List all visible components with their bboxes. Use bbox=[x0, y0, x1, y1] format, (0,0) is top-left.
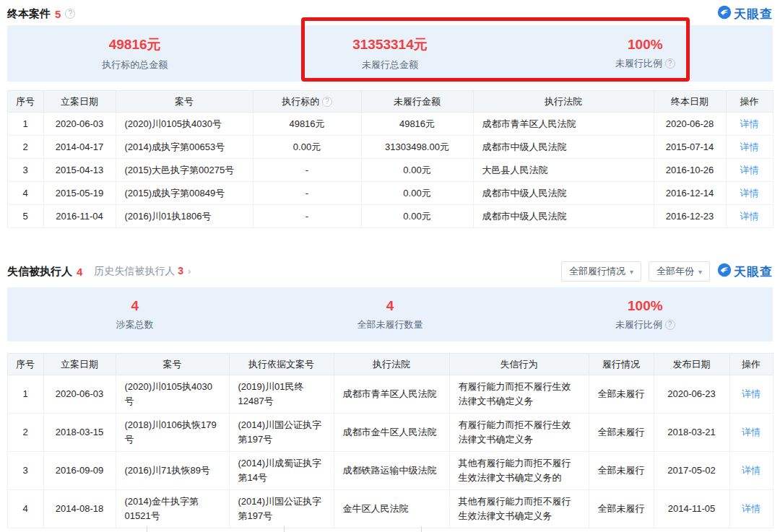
col-seq: 序号 bbox=[7, 354, 43, 375]
table-row: 3 2016-09-09 (2016)川71执恢89号 (2014)川成蜀证执字… bbox=[7, 452, 773, 490]
stat-value: 100% bbox=[518, 298, 773, 314]
help-icon[interactable]: ? bbox=[322, 97, 332, 107]
cell-case-number: (2016)川71执恢89号 bbox=[116, 452, 229, 490]
col-dishonest-behavior: 失信行为 bbox=[449, 354, 589, 375]
cell-seq: 1 bbox=[7, 375, 43, 414]
stat-label: 全部未履行数量 bbox=[262, 318, 517, 331]
cell-case-number: (2015)成执字第00849号 bbox=[116, 182, 253, 205]
tianyancha-logo-icon bbox=[717, 263, 732, 280]
cell-seq: 3 bbox=[7, 159, 43, 182]
cell-publish-date: 2017-05-02 bbox=[654, 452, 729, 490]
chevron-down-icon: ▾ bbox=[630, 268, 633, 276]
tianyancha-logo[interactable]: 天眼查 bbox=[717, 263, 773, 280]
stat-value: 100% bbox=[518, 37, 773, 53]
cell-seq: 3 bbox=[7, 452, 43, 490]
col-seq: 序号 bbox=[7, 91, 43, 113]
cell-publish-date: 2018-03-21 bbox=[654, 414, 729, 452]
cell-basis-document: (2019)川01民终12487号 bbox=[229, 375, 334, 414]
detail-link[interactable]: 详情 bbox=[742, 465, 760, 476]
cell-basis-document: (2014)川成蜀证执字第14号 bbox=[229, 452, 334, 490]
detail-link[interactable]: 详情 bbox=[742, 427, 760, 437]
cell-end-date: 2016-12-23 bbox=[654, 205, 726, 228]
help-icon[interactable]: ? bbox=[665, 320, 675, 330]
cell-filing-date: 2016-11-04 bbox=[43, 205, 116, 228]
table-row: 1 2020-06-03 (2020)川0105执4030号 (2019)川01… bbox=[7, 375, 773, 414]
col-performance-status: 履行情况 bbox=[589, 354, 654, 375]
cell-filing-date: 2015-05-19 bbox=[43, 182, 116, 205]
cell-filing-date: 2016-09-09 bbox=[43, 452, 116, 490]
tianyancha-logo-icon bbox=[717, 5, 732, 22]
cell-court: 金牛区人民法院 bbox=[334, 490, 449, 528]
stat-label: 未履行比例 ? bbox=[518, 318, 773, 331]
stat-unfulfilled-total: 31353314元 未履行总金额 bbox=[262, 35, 517, 71]
cell-court: 成都市中级人民法院 bbox=[473, 182, 654, 205]
cell-case-number: (2020)川0105执4030号 bbox=[116, 375, 229, 414]
divider bbox=[421, 526, 422, 532]
performance-filter-dropdown[interactable]: 全部履行情况 ▾ bbox=[561, 261, 641, 282]
stat-label: 未履行总金额 bbox=[262, 58, 517, 71]
help-icon[interactable]: ? bbox=[65, 9, 75, 19]
cell-case-number: (2020)川0105执4030号 bbox=[116, 113, 253, 136]
table-row: 5 2016-11-04 (2016)川01执1806号 - 0.00元 成都市… bbox=[7, 205, 773, 228]
cell-end-date: 2015-07-14 bbox=[654, 136, 726, 159]
cell-publish-date: 2020-06-23 bbox=[654, 375, 729, 414]
detail-link[interactable]: 详情 bbox=[740, 211, 759, 222]
col-court: 执行法院 bbox=[473, 91, 654, 113]
help-icon[interactable]: ? bbox=[665, 58, 675, 69]
dishonest-debtor-title: 失信被执行人 bbox=[7, 265, 72, 279]
col-action: 操作 bbox=[729, 354, 773, 375]
col-filing-date: 立案日期 bbox=[43, 354, 116, 375]
final-cases-table: 序号 立案日期 案号 执行标的 ? 未履行金额 执行法院 终本日期 操作 1 2… bbox=[7, 90, 774, 228]
detail-link[interactable]: 详情 bbox=[742, 388, 760, 399]
stat-value: 4 bbox=[7, 298, 262, 314]
stat-all-unfulfilled-count: 4 全部未履行数量 bbox=[262, 298, 517, 331]
divider bbox=[284, 526, 285, 532]
cell-execution-target: - bbox=[253, 205, 361, 228]
col-action: 操作 bbox=[726, 91, 773, 113]
cell-court: 成都市中级人民法院 bbox=[473, 205, 654, 228]
dishonest-debtor-table: 序号 立案日期 案号 执行依据文案号 执行法院 失信行为 履行情况 发布日期 操… bbox=[7, 353, 774, 528]
cell-unfulfilled-amount: 49816元 bbox=[361, 113, 473, 136]
history-dishonest-link[interactable]: 历史失信被执行人 3 › bbox=[94, 265, 191, 278]
year-filter-dropdown[interactable]: 全部年份 ▾ bbox=[649, 261, 710, 282]
table-row: 2 2014-04-17 (2014)成执字第00653号 0.00元 3130… bbox=[7, 136, 773, 159]
table-header-row: 序号 立案日期 案号 执行标的 ? 未履行金额 执行法院 终本日期 操作 bbox=[7, 91, 773, 113]
cell-performance-status: 全部未履行 bbox=[589, 375, 654, 414]
detail-link[interactable]: 详情 bbox=[740, 141, 759, 152]
cell-execution-target: 49816元 bbox=[253, 113, 361, 136]
detail-link[interactable]: 详情 bbox=[742, 503, 760, 514]
cell-end-date: 2016-10-26 bbox=[654, 159, 726, 182]
dishonest-debtor-count: 4 bbox=[77, 266, 82, 278]
cell-seq: 1 bbox=[7, 113, 43, 136]
cell-basis-document: (2014)川国公证执字第197号 bbox=[229, 414, 334, 452]
table-row: 4 2014-08-18 (2014)金牛执字第01521号 (2014)川国公… bbox=[7, 490, 773, 528]
cell-dishonest-behavior: 有履行能力而拒不履行生效法律文书确定义务 bbox=[449, 414, 589, 452]
cell-court: 成都市青羊区人民法院 bbox=[473, 113, 654, 136]
table-row: 3 2015-04-13 (2015)大邑执字第00275号 - 0.00元 大… bbox=[7, 159, 773, 182]
chevron-right-icon: › bbox=[188, 266, 191, 276]
stat-unfulfilled-ratio: 100% 未履行比例 ? bbox=[518, 298, 773, 331]
cell-dishonest-behavior: 其他有履行能力而拒不履行生效法律文书确定义务的 bbox=[449, 452, 589, 490]
cell-court: 成都市青羊区人民法院 bbox=[334, 375, 449, 414]
col-case-number: 案号 bbox=[116, 354, 229, 375]
tianyancha-logo[interactable]: 天眼查 bbox=[717, 5, 773, 22]
detail-link[interactable]: 详情 bbox=[740, 118, 759, 129]
stat-value: 31353314元 bbox=[262, 35, 517, 54]
col-execution-target: 执行标的 ? bbox=[253, 91, 361, 113]
cell-publish-date: 2014-11-05 bbox=[654, 490, 729, 528]
detail-link[interactable]: 详情 bbox=[740, 165, 759, 175]
cell-filing-date: 2015-04-13 bbox=[43, 159, 116, 182]
cell-end-date: 2020-06-28 bbox=[654, 113, 726, 136]
cell-execution-target: 0.00元 bbox=[253, 136, 361, 159]
cell-filing-date: 2014-08-18 bbox=[43, 490, 116, 528]
cell-execution-target: - bbox=[253, 159, 361, 182]
cell-basis-document: (2014)川国公证执字第197号 bbox=[229, 490, 334, 528]
cell-unfulfilled-amount: 31303498.00元 bbox=[361, 136, 473, 159]
chevron-down-icon: ▾ bbox=[698, 268, 702, 276]
detail-link[interactable]: 详情 bbox=[740, 188, 759, 199]
cell-court: 成都市金牛区人民法院 bbox=[334, 414, 449, 452]
table-header-row: 序号 立案日期 案号 执行依据文案号 执行法院 失信行为 履行情况 发布日期 操… bbox=[7, 354, 773, 375]
dishonest-debtor-summary-bar: 4 涉案总数 4 全部未履行数量 100% 未履行比例 ? bbox=[7, 287, 773, 341]
cell-performance-status: 全部未履行 bbox=[589, 490, 654, 528]
cell-filing-date: 2020-06-03 bbox=[43, 375, 116, 414]
